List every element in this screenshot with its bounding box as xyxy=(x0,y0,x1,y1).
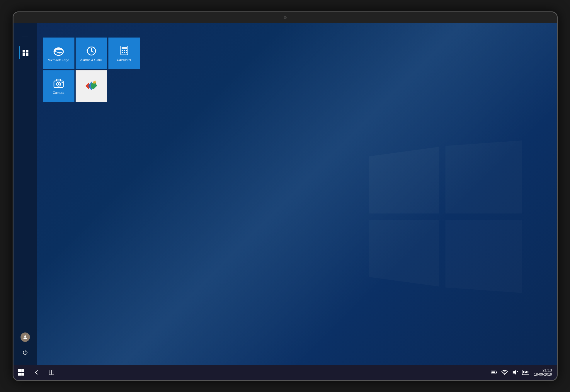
svg-rect-33 xyxy=(21,369,24,372)
front-camera xyxy=(284,16,287,19)
svg-rect-50 xyxy=(528,371,528,372)
volume-icon xyxy=(512,370,518,375)
battery-icon xyxy=(491,370,497,374)
tile-microsoft-edge[interactable]: Microsoft Edge xyxy=(43,38,74,69)
svg-rect-41 xyxy=(491,371,495,373)
clock-time: 21:13 xyxy=(542,368,552,372)
svg-rect-36 xyxy=(49,370,51,374)
screen: Microsoft Edge xyxy=(13,23,557,380)
svg-point-8 xyxy=(24,335,26,337)
svg-rect-7 xyxy=(26,53,28,56)
calculator-tile-label: Calculator xyxy=(117,58,132,62)
power-icon xyxy=(22,349,28,355)
svg-point-27 xyxy=(62,82,63,83)
user-avatar xyxy=(21,332,30,342)
all-apps-icon xyxy=(23,50,28,56)
svg-rect-4 xyxy=(23,50,25,52)
edge-icon xyxy=(52,44,65,57)
wifi-icon xyxy=(501,370,508,375)
hamburger-line-1 xyxy=(22,32,28,32)
svg-marker-3 xyxy=(445,220,522,293)
svg-marker-1 xyxy=(445,140,522,213)
svg-rect-52 xyxy=(525,372,527,373)
svg-rect-18 xyxy=(122,50,123,51)
svg-rect-40 xyxy=(496,371,497,373)
tile-alarms-clock[interactable]: Alarms & Clock xyxy=(76,38,107,69)
svg-marker-43 xyxy=(513,370,516,374)
volume-icon-button[interactable] xyxy=(511,365,520,380)
sidebar-bottom xyxy=(19,331,32,359)
camera-icon xyxy=(53,77,64,89)
user-icon xyxy=(23,335,28,340)
search-icon xyxy=(49,369,55,375)
tiles-area: Microsoft Edge xyxy=(43,38,140,102)
windows-logo-icon xyxy=(18,369,24,376)
svg-point-42 xyxy=(504,374,505,375)
svg-rect-19 xyxy=(124,50,125,51)
edge-tile-label: Microsoft Edge xyxy=(48,58,69,62)
taskbar-clock[interactable]: 21:13 18-09-2019 xyxy=(532,365,554,380)
system-tray: 21:13 18-09-2019 xyxy=(489,365,557,380)
power-button[interactable] xyxy=(19,346,32,359)
hamburger-line-2 xyxy=(22,34,28,34)
hamburger-line-3 xyxy=(22,36,28,36)
svg-rect-23 xyxy=(126,52,127,53)
keyboard-icon xyxy=(522,370,529,375)
svg-rect-47 xyxy=(523,371,524,372)
svg-point-15 xyxy=(95,49,96,51)
sketchbook-icon xyxy=(83,78,100,94)
alarms-icon xyxy=(86,45,97,56)
back-button[interactable] xyxy=(29,365,44,380)
tile-calculator[interactable]: Calculator xyxy=(108,38,140,69)
svg-rect-20 xyxy=(126,50,127,51)
svg-rect-21 xyxy=(122,52,123,53)
start-button[interactable] xyxy=(13,365,29,380)
back-icon xyxy=(34,370,39,375)
wifi-icon-button[interactable] xyxy=(500,365,509,380)
clock-date: 18-09-2019 xyxy=(534,372,552,376)
start-sidebar xyxy=(13,23,37,365)
user-button[interactable] xyxy=(19,331,32,344)
calculator-icon xyxy=(118,45,130,56)
svg-rect-53 xyxy=(528,372,528,373)
svg-point-14 xyxy=(86,49,88,51)
svg-rect-49 xyxy=(526,371,527,372)
hamburger-button[interactable] xyxy=(19,28,32,40)
svg-rect-37 xyxy=(52,370,54,374)
tiles-grid: Microsoft Edge xyxy=(43,38,140,102)
svg-marker-2 xyxy=(369,220,439,286)
alarms-tile-label: Alarms & Clock xyxy=(80,58,102,62)
device-frame: Microsoft Edge xyxy=(13,11,558,381)
battery-icon-button[interactable] xyxy=(489,365,499,380)
svg-rect-32 xyxy=(18,369,21,372)
svg-rect-22 xyxy=(124,52,125,53)
search-button[interactable] xyxy=(44,365,59,380)
camera-tile-label: Camera xyxy=(53,91,64,95)
tile-camera[interactable]: Camera xyxy=(43,70,74,102)
svg-line-13 xyxy=(91,51,93,52)
keyboard-icon-button[interactable] xyxy=(521,365,530,380)
svg-rect-51 xyxy=(523,372,524,373)
svg-rect-35 xyxy=(21,373,24,376)
camera-bar xyxy=(13,12,557,23)
svg-point-26 xyxy=(58,83,59,85)
all-apps-button[interactable] xyxy=(19,46,32,59)
svg-rect-17 xyxy=(122,47,127,49)
svg-rect-6 xyxy=(23,53,25,56)
taskbar: 21:13 18-09-2019 xyxy=(13,365,557,380)
svg-rect-5 xyxy=(26,50,28,52)
tile-sketchbook[interactable] xyxy=(76,70,107,102)
windows-watermark xyxy=(369,140,522,293)
svg-marker-0 xyxy=(369,147,439,213)
svg-rect-48 xyxy=(525,371,525,372)
svg-rect-34 xyxy=(18,373,21,376)
